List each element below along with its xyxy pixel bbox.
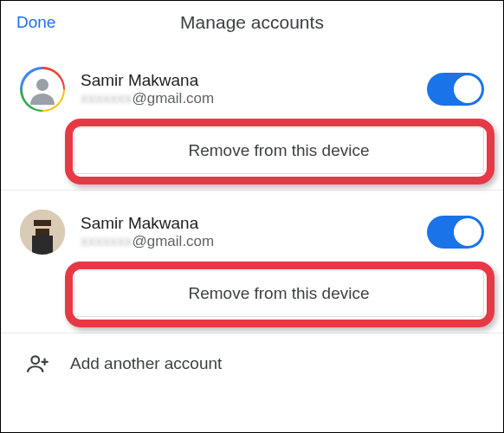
account-toggle[interactable] bbox=[427, 216, 484, 249]
page-title: Manage accounts bbox=[180, 12, 324, 33]
svg-rect-5 bbox=[34, 220, 51, 226]
account-item: Samir Makwana xxxxxxx@gmail.com Remove f… bbox=[1, 48, 503, 191]
account-row: Samir Makwana xxxxxxx@gmail.com bbox=[20, 67, 484, 112]
svg-rect-3 bbox=[36, 229, 49, 236]
avatar bbox=[20, 210, 65, 255]
account-email: xxxxxxx@gmail.com bbox=[81, 90, 411, 107]
account-info: Samir Makwana xxxxxxx@gmail.com bbox=[81, 71, 411, 107]
remove-from-device-button[interactable]: Remove from this device bbox=[74, 127, 484, 174]
done-button[interactable]: Done bbox=[16, 13, 55, 32]
svg-rect-4 bbox=[32, 236, 53, 255]
account-item: Samir Makwana xxxxxxx@gmail.com Remove f… bbox=[1, 191, 503, 333]
user-silhouette-icon bbox=[25, 72, 60, 107]
svg-point-0 bbox=[36, 79, 48, 91]
person-add-icon bbox=[27, 352, 49, 375]
account-name: Samir Makwana bbox=[81, 71, 411, 90]
remove-button-wrap: Remove from this device bbox=[74, 270, 484, 317]
account-row: Samir Makwana xxxxxxx@gmail.com bbox=[20, 210, 484, 255]
account-email: xxxxxxx@gmail.com bbox=[81, 233, 411, 250]
add-another-label: Add another account bbox=[70, 354, 222, 373]
remove-from-device-button[interactable]: Remove from this device bbox=[74, 270, 484, 317]
add-another-account-button[interactable]: Add another account bbox=[1, 333, 503, 384]
header: Done Manage accounts bbox=[1, 1, 503, 48]
account-info: Samir Makwana xxxxxxx@gmail.com bbox=[81, 214, 411, 250]
user-photo-icon bbox=[20, 210, 65, 255]
remove-button-wrap: Remove from this device bbox=[74, 127, 484, 174]
account-name: Samir Makwana bbox=[81, 214, 411, 233]
svg-point-6 bbox=[31, 356, 39, 364]
account-toggle[interactable] bbox=[427, 73, 484, 106]
avatar bbox=[20, 67, 65, 112]
